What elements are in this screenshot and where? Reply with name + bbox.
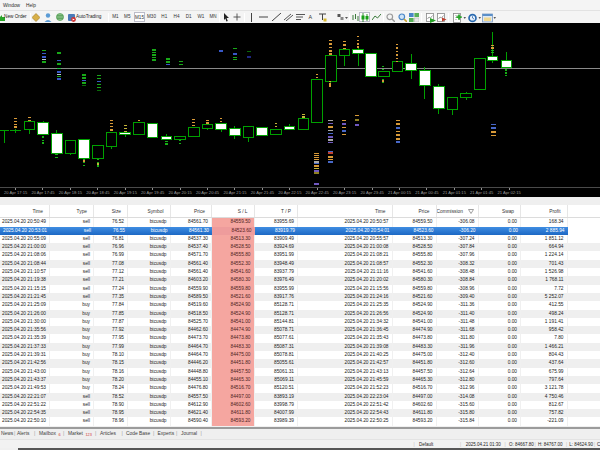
svg-text:20 Apr 20:45: 20 Apr 20:45 — [196, 190, 220, 195]
svg-text:20 Apr 18:15: 20 Apr 18:15 — [59, 190, 83, 195]
svg-text:20 Apr 17:15: 20 Apr 17:15 — [4, 190, 28, 195]
svg-text:20 Apr 19:15: 20 Apr 19:15 — [114, 190, 138, 195]
svg-text:21 Apr 01:15: 21 Apr 01:15 — [443, 190, 467, 195]
svg-text:20 Apr 23:45: 20 Apr 23:45 — [360, 190, 384, 195]
svg-text:20 Apr 17:45: 20 Apr 17:45 — [31, 190, 55, 195]
svg-text:20 Apr 22:15: 20 Apr 22:15 — [278, 190, 302, 195]
svg-text:21 Apr 01:45: 21 Apr 01:45 — [470, 190, 494, 195]
svg-text:21 Apr 00:15: 21 Apr 00:15 — [388, 190, 412, 195]
svg-text:20 Apr 23:15: 20 Apr 23:15 — [333, 190, 357, 195]
svg-text:20 Apr 21:45: 20 Apr 21:45 — [251, 190, 275, 195]
svg-text:20 Apr 20:15: 20 Apr 20:15 — [168, 190, 192, 195]
svg-text:20 Apr 21:15: 20 Apr 21:15 — [223, 190, 247, 195]
svg-text:20 Apr 19:45: 20 Apr 19:45 — [141, 190, 165, 195]
svg-text:20 Apr 22:45: 20 Apr 22:45 — [306, 190, 330, 195]
svg-text:20 Apr 18:45: 20 Apr 18:45 — [86, 190, 110, 195]
svg-text:21 Apr 00:45: 21 Apr 00:45 — [415, 190, 439, 195]
svg-text:21 Apr 02:15: 21 Apr 02:15 — [498, 190, 522, 195]
